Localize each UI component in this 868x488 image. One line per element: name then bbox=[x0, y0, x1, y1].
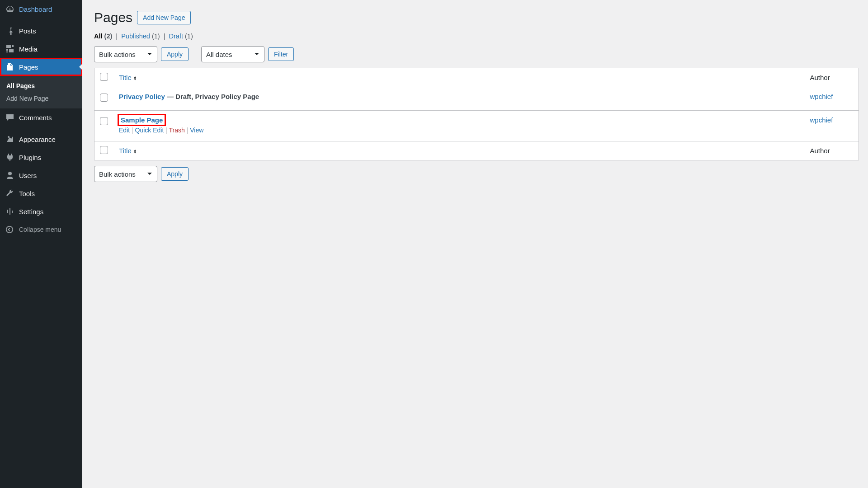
sidebar-item-media[interactable]: Media bbox=[0, 40, 82, 58]
sidebar-item-users[interactable]: Users bbox=[0, 166, 82, 184]
date-filter-select[interactable]: All dates bbox=[201, 46, 264, 62]
row-checkbox[interactable] bbox=[100, 117, 108, 125]
row-state: — Draft, Privacy Policy Page bbox=[165, 93, 259, 100]
col-title-header[interactable]: Title▲▼ bbox=[113, 68, 805, 87]
sidebar-item-label: Comments bbox=[19, 114, 52, 122]
dashboard-icon bbox=[5, 5, 16, 14]
sidebar-item-label: Pages bbox=[19, 63, 38, 71]
comments-icon bbox=[5, 113, 16, 122]
row-action-quick-edit[interactable]: Quick Edit bbox=[135, 127, 164, 134]
settings-icon bbox=[5, 207, 16, 216]
sidebar-item-appearance[interactable]: Appearance bbox=[0, 127, 82, 148]
sidebar-item-settings[interactable]: Settings bbox=[0, 202, 82, 221]
collapse-icon bbox=[5, 225, 16, 234]
filter-all[interactable]: All (2) bbox=[94, 33, 112, 40]
filter-published[interactable]: Published (1) bbox=[121, 33, 160, 40]
admin-sidebar: Dashboard Posts Media Pages All Pages Ad… bbox=[0, 0, 82, 488]
sidebar-item-comments[interactable]: Comments bbox=[0, 108, 82, 127]
sidebar-item-label: Media bbox=[19, 45, 38, 53]
sidebar-item-label: Dashboard bbox=[19, 5, 52, 13]
sort-icon: ▲▼ bbox=[133, 76, 137, 80]
row-title-link[interactable]: Privacy Policy bbox=[119, 93, 165, 100]
sidebar-item-posts[interactable]: Posts bbox=[0, 18, 82, 40]
pages-table: Title▲▼ Author Privacy Policy — Draft, P… bbox=[94, 68, 859, 160]
sort-icon: ▲▼ bbox=[133, 149, 137, 154]
sidebar-item-tools[interactable]: Tools bbox=[0, 184, 82, 202]
sidebar-item-dashboard[interactable]: Dashboard bbox=[0, 0, 82, 18]
status-filters: All (2) | Published (1) | Draft (1) bbox=[94, 33, 859, 40]
media-icon bbox=[5, 44, 16, 53]
col-author-footer[interactable]: Author bbox=[805, 141, 859, 160]
sidebar-item-label: Posts bbox=[19, 27, 36, 35]
collapse-label: Collapse menu bbox=[19, 226, 61, 233]
page-header: Pages Add New Page bbox=[94, 10, 859, 25]
sidebar-item-label: Tools bbox=[19, 190, 35, 197]
row-actions: Edit | Quick Edit | Trash | View bbox=[119, 127, 799, 134]
select-all-top[interactable] bbox=[100, 73, 108, 81]
sidebar-item-label: Settings bbox=[19, 208, 43, 216]
bulk-actions-select-wrap-bottom: Bulk actions bbox=[94, 166, 157, 182]
plugins-icon bbox=[5, 153, 16, 162]
col-author-header[interactable]: Author bbox=[805, 68, 859, 87]
date-filter-select-wrap: All dates bbox=[201, 46, 264, 62]
select-all-bottom[interactable] bbox=[100, 146, 108, 154]
bulk-actions-select[interactable]: Bulk actions bbox=[94, 46, 157, 62]
main-content: Pages Add New Page All (2) | Published (… bbox=[82, 0, 868, 182]
pin-icon bbox=[5, 26, 16, 35]
filter-draft[interactable]: Draft (1) bbox=[169, 33, 193, 40]
sidebar-item-pages[interactable]: Pages bbox=[0, 58, 82, 76]
row-checkbox[interactable] bbox=[100, 94, 108, 102]
row-action-trash[interactable]: Trash bbox=[169, 127, 185, 134]
row-author-link[interactable]: wpchief bbox=[810, 93, 833, 100]
pages-icon bbox=[5, 62, 16, 71]
add-new-page-button[interactable]: Add New Page bbox=[137, 11, 191, 24]
submenu-add-new[interactable]: Add New Page bbox=[0, 92, 82, 105]
apply-button-bottom[interactable]: Apply bbox=[161, 167, 189, 181]
apply-button-top[interactable]: Apply bbox=[161, 47, 189, 61]
table-row: Privacy Policy — Draft, Privacy Policy P… bbox=[94, 87, 859, 111]
bulk-actions-select-wrap: Bulk actions bbox=[94, 46, 157, 62]
submenu-all-pages[interactable]: All Pages bbox=[0, 80, 82, 92]
tools-icon bbox=[5, 189, 16, 198]
tablenav-top: Bulk actions Apply All dates Filter bbox=[94, 46, 859, 62]
sidebar-submenu: All Pages Add New Page bbox=[0, 76, 82, 108]
sidebar-item-label: Users bbox=[19, 172, 37, 179]
users-icon bbox=[5, 171, 16, 180]
bulk-actions-select-bottom[interactable]: Bulk actions bbox=[94, 166, 157, 182]
svg-point-0 bbox=[6, 226, 13, 233]
col-title-footer[interactable]: Title▲▼ bbox=[113, 141, 805, 160]
filter-button[interactable]: Filter bbox=[268, 47, 294, 61]
row-title-link[interactable]: Sample Page bbox=[119, 115, 165, 125]
sidebar-item-label: Plugins bbox=[19, 154, 41, 161]
page-title: Pages bbox=[94, 10, 132, 25]
table-row: Sample Page Edit | Quick Edit | Trash | … bbox=[94, 111, 859, 141]
sidebar-item-label: Appearance bbox=[19, 136, 56, 143]
row-action-edit[interactable]: Edit bbox=[119, 127, 130, 134]
appearance-icon bbox=[5, 135, 16, 144]
row-action-view[interactable]: View bbox=[190, 127, 203, 134]
sidebar-item-plugins[interactable]: Plugins bbox=[0, 148, 82, 166]
tablenav-bottom: Bulk actions Apply bbox=[94, 166, 859, 182]
row-author-link[interactable]: wpchief bbox=[810, 116, 833, 124]
collapse-menu[interactable]: Collapse menu bbox=[0, 221, 82, 239]
